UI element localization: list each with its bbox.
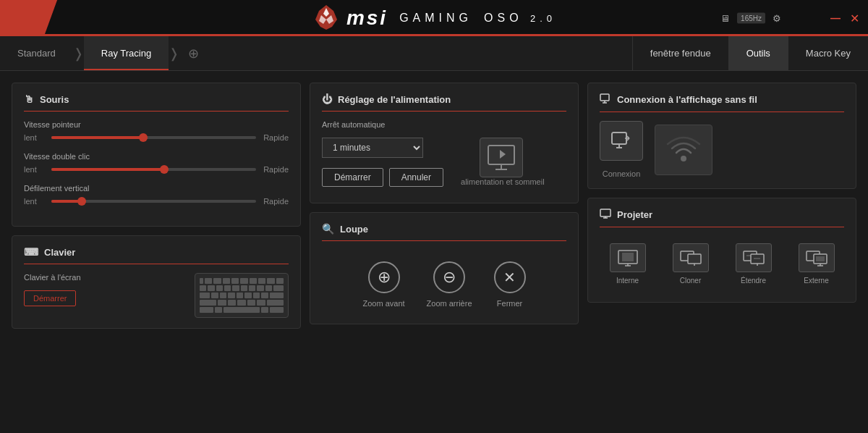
main-content: 🖱 Souris Vitesse pointeur lent Rapide Vi… [0, 71, 868, 433]
left-column: 🖱 Souris Vitesse pointeur lent Rapide Vi… [12, 83, 301, 371]
projeter-icons: Interne Cloner [600, 236, 844, 292]
kb-key [205, 278, 212, 284]
slow-label-2: lent [24, 165, 44, 174]
tab-macro-key[interactable]: Macro Key [788, 36, 868, 70]
hz-badge: 165Hz [737, 13, 765, 24]
wireless-connect-button[interactable] [600, 121, 643, 161]
clavier-title-label: Clavier [44, 247, 75, 258]
scroll-slider-row: lent Rapide [24, 197, 289, 206]
wireless-connect: Connexion [600, 121, 643, 178]
power-cancel-button[interactable]: Annuler [389, 168, 443, 187]
projeter-interne-label: Interne [616, 277, 639, 285]
speed-pointer-thumb[interactable] [139, 133, 148, 142]
kb-key [261, 293, 268, 298]
projeter-etendre-label: Étendre [741, 277, 766, 285]
brand-gaming: GAMING [399, 12, 472, 25]
kb-key [224, 285, 231, 291]
kb-key [237, 293, 244, 298]
tab-outils[interactable]: Outils [728, 36, 788, 70]
loupe-icons: ⊕ Zoom avant ⊖ Zoom arrière ✕ Fermer [322, 250, 566, 314]
msi-dragon-icon [312, 4, 341, 33]
kb-row-5 [200, 307, 284, 313]
keyboard-visual [195, 273, 289, 318]
wireless-connect-label: Connexion [603, 169, 641, 178]
kb-key [215, 307, 222, 313]
svg-rect-28 [816, 256, 825, 261]
power-dropdown[interactable]: 1 minutes 5 minutes 10 minutes 30 minute… [322, 138, 423, 158]
power-right: alimentation et sommeil [458, 138, 545, 186]
svg-rect-15 [622, 253, 634, 261]
scroll-section: Défilement vertical lent Rapide [24, 184, 289, 206]
wireless-content: Connexion [600, 121, 844, 178]
fast-label-3: Rapide [263, 197, 289, 206]
add-tab-button[interactable]: ⊕ [179, 36, 208, 70]
power-buttons: Démarrer Annuler [322, 168, 443, 187]
monitor-icon[interactable]: 🖥 [720, 13, 730, 24]
tab-ray-tracing[interactable]: Ray Tracing [84, 36, 169, 70]
svg-rect-19 [688, 254, 701, 264]
loupe-close-icon: ✕ [494, 261, 526, 293]
keyboard-icon: ⌨ [24, 246, 38, 258]
kb-key [249, 285, 255, 291]
svg-rect-4 [600, 94, 609, 101]
kb-key [237, 300, 246, 306]
tab-fenetre-fendue-label: fenêtre fendue [650, 48, 711, 59]
wireless-icon [600, 93, 611, 106]
zoom-out-icon: ⊖ [433, 261, 465, 293]
loupe-title-label: Loupe [340, 224, 368, 235]
speed-dblclick-track[interactable] [51, 168, 256, 171]
speed-pointer-section: Vitesse pointeur lent Rapide [24, 120, 289, 142]
tab-standard-label: Standard [17, 48, 56, 59]
gear-icon[interactable]: ⚙ [773, 13, 781, 24]
power-start-button[interactable]: Démarrer [322, 168, 383, 187]
kb-key [231, 278, 239, 284]
nav-right: fenêtre fendue Outils Macro Key [632, 36, 868, 70]
zoom-in-item[interactable]: ⊕ Zoom avant [362, 261, 404, 308]
clavier-panel: ⌨ Clavier Clavier à l'écran Démarrer [12, 235, 301, 329]
projeter-etendre[interactable]: Étendre [736, 243, 772, 285]
projeter-externe[interactable]: Externe [799, 243, 835, 285]
clavier-left: Clavier à l'écran Démarrer [24, 273, 186, 306]
speed-dblclick-thumb[interactable] [160, 165, 169, 174]
zoom-out-item[interactable]: ⊖ Zoom arrière [427, 261, 472, 308]
speed-pointer-track[interactable] [51, 136, 256, 139]
clavier-content: Clavier à l'écran Démarrer [24, 273, 289, 318]
projeter-cloner[interactable]: Cloner [673, 243, 709, 285]
fast-label-2: Rapide [263, 165, 289, 174]
projeter-interne[interactable]: Interne [610, 243, 646, 285]
power-left: 1 minutes 5 minutes 10 minutes 30 minute… [322, 138, 443, 193]
tab-fenetre-fendue[interactable]: fenêtre fendue [632, 36, 728, 70]
svg-rect-11 [600, 209, 610, 216]
wireless-title-label: Connexion à l'affichage sans fil [617, 94, 757, 105]
fast-label-1: Rapide [263, 133, 289, 142]
power-title-label: Réglage de l'alimentation [338, 94, 451, 105]
scroll-thumb[interactable] [77, 197, 86, 206]
minimize-button[interactable]: — [829, 12, 842, 25]
kb-key [241, 285, 247, 291]
kb-key [253, 293, 260, 298]
speed-dblclick-fill [51, 168, 164, 171]
close-button[interactable]: ✕ [848, 12, 861, 25]
kb-key [273, 285, 284, 291]
brand-msi: msi [346, 7, 388, 30]
mouse-icon: 🖱 [24, 93, 34, 105]
loupe-close-item[interactable]: ✕ Fermer [494, 261, 526, 308]
kb-key [265, 285, 272, 291]
tab-standard[interactable]: Standard [0, 36, 73, 70]
auto-stop-label: Arrêt automatique [322, 120, 566, 129]
kb-key [232, 285, 239, 291]
kb-key [240, 278, 247, 284]
middle-column: ⏻ Réglage de l'alimentation Arrêt automa… [310, 83, 579, 371]
zoom-in-label: Zoom avant [362, 299, 404, 308]
wireless-signal-icon [655, 125, 712, 175]
kb-key [267, 278, 274, 284]
speed-dblclick-label: Vitesse double clic [24, 152, 289, 161]
svg-rect-7 [612, 133, 626, 144]
speed-pointer-slider-row: lent Rapide [24, 133, 289, 142]
clavier-start-button[interactable]: Démarrer [24, 290, 76, 306]
navbar: Standard ❭ Ray Tracing ❭ ⊕ fenêtre fendu… [0, 36, 868, 71]
scroll-track[interactable] [51, 200, 256, 203]
kb-key [208, 285, 214, 291]
kb-key [200, 285, 206, 291]
kb-key [257, 300, 265, 306]
